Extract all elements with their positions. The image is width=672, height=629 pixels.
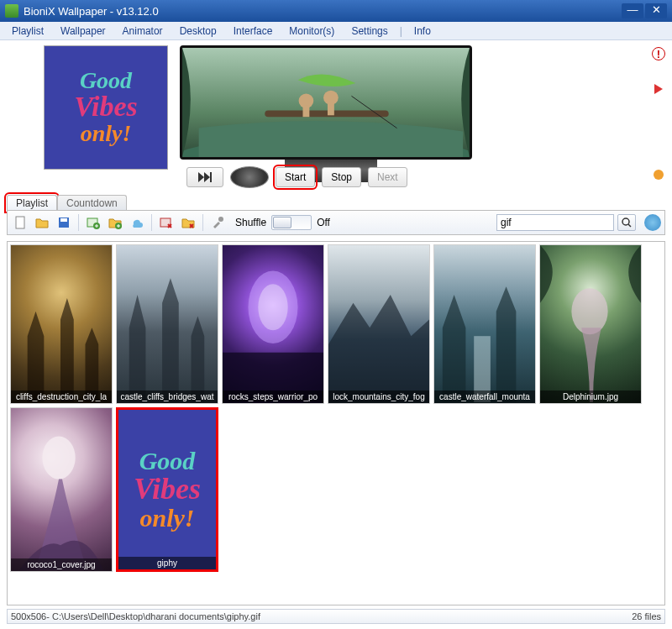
minimize-button[interactable]: — [622,3,643,18]
open-folder-icon[interactable] [33,213,51,232]
new-file-icon[interactable] [11,213,29,232]
good-vibes-text: Vibes [74,92,138,121]
list-item[interactable]: rococo1_cover.jpg [10,407,113,572]
status-bar: 500x506 - C:\Users\Dell\Desktop\dharani … [7,609,665,624]
menu-playlist[interactable]: Playlist [3,24,52,39]
right-sidebar: ! [650,47,667,186]
thumb-label: rocks_steps_warrior_po [223,391,323,403]
svg-rect-11 [16,217,24,228]
svg-rect-13 [60,218,67,222]
settings-gear-icon[interactable] [652,168,665,181]
good-vibes-text: Vibes [134,474,201,504]
web-icon[interactable] [644,214,661,231]
good-vibes-text: only! [134,504,201,532]
menu-animator[interactable]: Animator [114,24,171,39]
svg-rect-6 [328,102,334,115]
svg-point-10 [657,173,660,176]
thumb-label: rococo1_cover.jpg [11,558,112,571]
close-button[interactable]: ✕ [645,3,667,18]
status-file-count: 26 files [632,611,661,621]
menu-interface[interactable]: Interface [225,24,281,39]
start-button[interactable]: Start [276,167,315,187]
thumb-label: Delphinium.jpg [540,391,641,403]
list-item[interactable]: rocks_steps_warrior_po [222,244,324,404]
delete-folder-icon[interactable] [179,213,197,232]
good-vibes-text: only! [81,121,132,147]
svg-point-19 [622,218,629,225]
save-icon[interactable] [55,213,73,232]
thumbnail-grid: cliffs_destruction_city_la castle_cliffs… [7,241,665,605]
shuffle-state: Off [317,217,330,228]
list-item[interactable]: Delphinium.jpg [539,244,642,404]
next-button[interactable]: Next [368,167,407,187]
monitor-preview[interactable]: 1366x768 [180,45,472,160]
menubar: Playlist Wallpaper Animator Desktop Inte… [0,22,672,40]
cloud-download-icon[interactable] [128,213,146,232]
svg-rect-8 [210,172,212,182]
tab-bar: Playlist Countdown [0,193,127,210]
thumb-label: castle_cliffs_bridges_wat [117,391,218,403]
app-title: BioniX Wallpaper - v13.12.0 [24,5,159,18]
menu-monitors[interactable]: Monitor(s) [281,24,343,39]
svg-point-18 [218,217,223,222]
play-indicator-icon[interactable] [654,84,663,94]
menu-desktop[interactable]: Desktop [171,24,225,39]
svg-point-24 [571,288,607,334]
tab-countdown[interactable]: Countdown [57,195,127,211]
remove-image-icon[interactable] [157,213,176,232]
menu-wallpaper[interactable]: Wallpaper [52,24,114,39]
status-dimensions: 500x506 [11,611,46,621]
loading-spinner-icon [230,166,269,188]
svg-line-20 [628,224,631,227]
status-path: - C:\Users\Dell\Desktop\dharani document… [46,611,260,621]
list-item[interactable]: castle_cliffs_bridges_wat [116,244,218,404]
thumb-label: giphy [118,557,216,569]
playback-controls: Start Stop Next [186,166,407,188]
good-vibes-text: Good [80,69,132,92]
good-vibes-text: Good [134,448,201,474]
shuffle-label: Shuffle [235,217,266,228]
search-input[interactable] [496,214,614,231]
menu-info[interactable]: Info [406,24,439,39]
add-image-icon[interactable] [84,213,102,232]
list-item[interactable]: castle_waterfall_mounta [433,244,536,404]
svg-rect-2 [265,111,388,118]
stop-button[interactable]: Stop [322,167,361,187]
list-item[interactable]: cliffs_destruction_city_la [10,244,113,404]
shuffle-toggle[interactable] [271,215,312,230]
menu-separator: | [396,25,406,37]
svg-point-25 [42,436,75,479]
svg-point-22 [258,284,287,330]
playlist-toolbar: Shuffle Off [7,210,665,235]
menu-settings[interactable]: Settings [343,24,396,39]
skip-next-button[interactable] [186,167,223,187]
current-wallpaper-thumb[interactable]: Good Vibes only! [44,45,168,170]
alert-icon[interactable]: ! [652,47,665,60]
search-button[interactable] [617,214,636,231]
svg-rect-4 [302,106,309,117]
app-icon [5,4,18,18]
list-item[interactable]: Good Vibes only! giphy [116,407,218,572]
thumb-label: cliffs_destruction_city_la [11,391,112,403]
add-folder-icon[interactable] [106,213,124,232]
thumb-label: castle_waterfall_mounta [434,391,535,403]
thumb-label: lock_mountains_city_fog [328,391,429,403]
titlebar: BioniX Wallpaper - v13.12.0 — ✕ [0,0,672,22]
list-item[interactable]: lock_mountains_city_fog [328,244,430,404]
tab-playlist[interactable]: Playlist [7,195,57,211]
tools-icon[interactable] [208,213,227,232]
